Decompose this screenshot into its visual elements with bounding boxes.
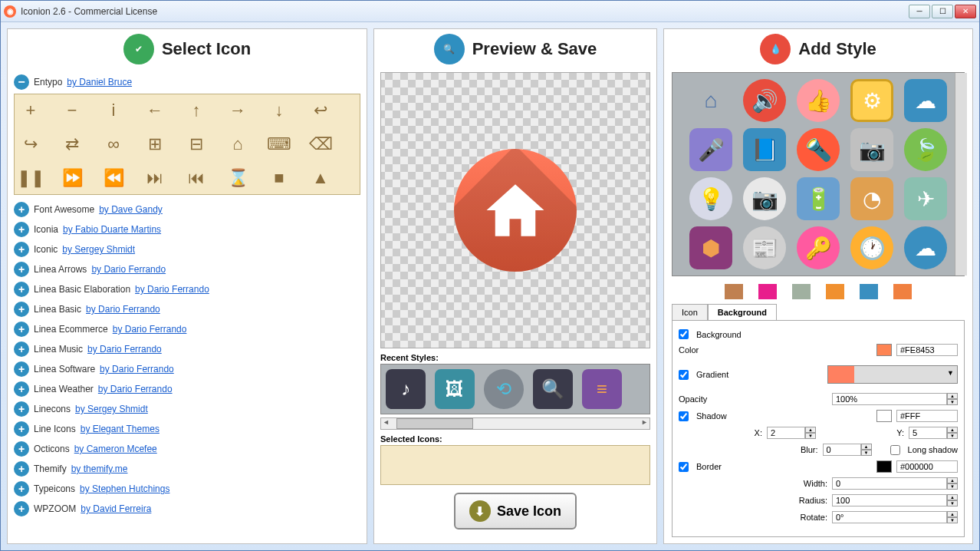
style-preset[interactable]: 📷: [850, 128, 893, 171]
set-author-link[interactable]: by Sergey Shmidt: [62, 244, 135, 255]
shadow-color-input[interactable]: [896, 410, 958, 422]
return-icon[interactable]: ↩: [311, 101, 331, 120]
previous-icon[interactable]: ⏮: [186, 168, 206, 188]
tab-icon[interactable]: Icon: [672, 304, 708, 320]
gradient-picker[interactable]: [827, 365, 958, 384]
minimize-button[interactable]: ─: [909, 5, 930, 18]
recent-style-item[interactable]: ⟲: [484, 369, 524, 409]
style-preset[interactable]: 🎤: [689, 128, 732, 171]
style-preset[interactable]: ☁: [904, 79, 947, 122]
border-checkbox[interactable]: [679, 462, 689, 472]
arrow-left-icon[interactable]: ←: [145, 101, 165, 120]
expand-button[interactable]: +: [14, 302, 29, 317]
collapse-button[interactable]: −: [14, 74, 29, 90]
hourglass-icon[interactable]: ⌛: [228, 168, 248, 188]
set-author-link[interactable]: by Dario Ferrando: [86, 304, 160, 315]
style-preset[interactable]: 👍: [797, 79, 840, 122]
color-swatch[interactable]: [826, 284, 844, 299]
keyboard-icon[interactable]: ⌨: [269, 134, 289, 154]
next-icon[interactable]: ⏭: [145, 168, 165, 188]
opacity-input[interactable]: [832, 393, 947, 405]
style-preset[interactable]: 🔋: [797, 177, 840, 220]
expand-button[interactable]: +: [14, 401, 29, 417]
style-preset[interactable]: ⌂: [689, 79, 732, 122]
rotate-input[interactable]: [832, 511, 947, 523]
set-author-link[interactable]: by Dario Ferrando: [100, 364, 174, 374]
shadow-checkbox[interactable]: [679, 411, 689, 421]
infinity-icon[interactable]: ∞: [104, 134, 123, 154]
blur-input[interactable]: [823, 444, 861, 456]
style-preset[interactable]: ⚙: [850, 79, 893, 122]
minus-square-icon[interactable]: ⊟: [186, 134, 206, 154]
border-width-input[interactable]: [832, 477, 947, 490]
shadow-x-input[interactable]: [767, 427, 805, 439]
expand-button[interactable]: +: [14, 481, 29, 497]
pause-icon[interactable]: ❚❚: [21, 168, 41, 188]
expand-button[interactable]: +: [14, 501, 29, 516]
style-preset[interactable]: 🔊: [743, 79, 786, 122]
expand-button[interactable]: +: [14, 202, 29, 217]
gradient-checkbox[interactable]: [679, 370, 689, 380]
icon-sets-list[interactable]: − Entypo by Daniel Bruce +−i←↑→↓↩↪⇄∞⊞⊟⌂⌨…: [8, 69, 367, 543]
style-preset[interactable]: 🕐: [850, 226, 893, 269]
save-icon-button[interactable]: ⬇ Save Icon: [454, 493, 577, 530]
plus-icon[interactable]: +: [21, 101, 41, 120]
set-author-link[interactable]: by Stephen Hutchings: [80, 483, 169, 494]
color-swatch[interactable]: [860, 284, 878, 299]
arrow-down-icon[interactable]: ↓: [269, 101, 289, 120]
set-author-link[interactable]: by Dario Ferrando: [98, 384, 173, 394]
style-preset[interactable]: 💡: [689, 177, 732, 220]
recent-style-item[interactable]: 🖼: [435, 369, 475, 409]
style-preset[interactable]: 📷: [743, 177, 786, 220]
style-preset[interactable]: 🔑: [797, 226, 840, 269]
recent-style-item[interactable]: 🔍: [533, 369, 573, 409]
style-preset[interactable]: ◔: [850, 177, 893, 220]
set-author-link[interactable]: by Cameron Mcefee: [74, 444, 157, 454]
set-author-link[interactable]: by Dave Gandy: [99, 204, 163, 215]
expand-button[interactable]: +: [14, 361, 29, 377]
style-preset[interactable]: 🍃: [904, 128, 947, 171]
expand-button[interactable]: +: [14, 222, 29, 237]
arrow-right-icon[interactable]: →: [228, 101, 248, 120]
style-preset[interactable]: ☁: [904, 226, 947, 269]
triangle-up-icon[interactable]: ▲: [311, 168, 331, 188]
border-color-input[interactable]: [896, 460, 958, 473]
expand-button[interactable]: +: [14, 421, 29, 437]
shadow-y-input[interactable]: [909, 427, 947, 439]
set-author-link[interactable]: by Elegant Themes: [81, 424, 159, 434]
set-author-link[interactable]: by Sergey Shmidt: [75, 404, 148, 414]
color-swatch[interactable]: [792, 284, 811, 299]
color-swatch[interactable]: [876, 344, 892, 356]
set-author-link[interactable]: by themify.me: [71, 464, 128, 474]
set-author-link[interactable]: by Dario Ferrando: [135, 284, 209, 295]
tab-background[interactable]: Background: [708, 304, 777, 320]
home-icon[interactable]: ⌂: [228, 134, 248, 154]
shadow-color-swatch[interactable]: [876, 410, 892, 422]
style-preset[interactable]: 📘: [743, 128, 786, 171]
titlebar[interactable]: ◉ Iconion 2.6 - Commercial License ─ ☐ ✕: [1, 1, 979, 22]
set-author-link[interactable]: by David Ferreira: [81, 503, 151, 514]
style-preset[interactable]: 📰: [743, 226, 786, 269]
recent-style-item[interactable]: ♪: [386, 369, 426, 409]
close-button[interactable]: ✕: [955, 5, 976, 18]
redo-icon[interactable]: ↪: [21, 134, 41, 154]
set-author-link[interactable]: by Dario Ferrando: [87, 344, 162, 355]
recent-scrollbar[interactable]: [380, 417, 650, 430]
border-color-swatch[interactable]: [876, 460, 892, 473]
expand-button[interactable]: +: [14, 242, 29, 257]
arrow-up-icon[interactable]: ↑: [186, 101, 206, 120]
style-preset[interactable]: ✈: [904, 177, 947, 220]
stop-icon[interactable]: ■: [269, 168, 289, 188]
expand-button[interactable]: +: [14, 262, 29, 277]
style-preset[interactable]: ⬢: [689, 226, 732, 269]
set-author-link[interactable]: by Dario Ferrando: [91, 264, 166, 275]
expand-button[interactable]: +: [14, 461, 29, 477]
expand-button[interactable]: +: [14, 282, 29, 297]
set-author-link[interactable]: by Fabio Duarte Martins: [63, 224, 161, 235]
color-swatch[interactable]: [893, 284, 912, 299]
set-author-link[interactable]: by Daniel Bruce: [67, 77, 132, 87]
backspace-icon[interactable]: ⌫: [311, 134, 331, 154]
style-preset[interactable]: 🔦: [797, 128, 840, 171]
set-author-link[interactable]: by Dario Ferrando: [113, 324, 187, 335]
fast-forward-icon[interactable]: ⏩: [62, 168, 82, 188]
